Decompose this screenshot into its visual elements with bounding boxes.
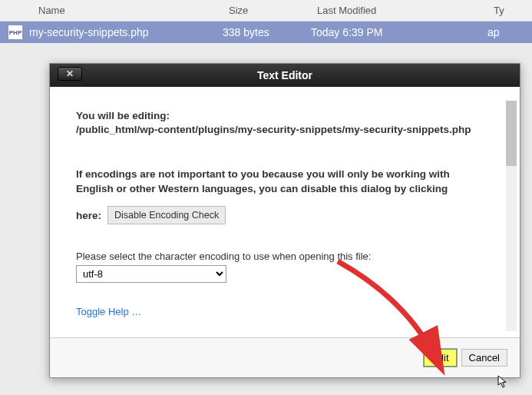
- cancel-button[interactable]: Cancel: [461, 349, 507, 367]
- close-icon: ✕: [66, 68, 74, 79]
- cell-name: my-security-snippets.php: [29, 26, 223, 38]
- close-button[interactable]: ✕: [58, 67, 82, 81]
- encoding-select[interactable]: utf-8: [76, 265, 226, 283]
- col-header-type[interactable]: Ty: [494, 5, 532, 16]
- cell-type: ap: [487, 26, 532, 38]
- cell-size: 338 bytes: [223, 26, 311, 38]
- dialog-footer: Edit Cancel: [50, 337, 520, 377]
- editing-label: You will be editing:: [76, 110, 489, 121]
- text-editor-dialog: ✕ Text Editor You will be editing: /publ…: [49, 63, 520, 378]
- edit-button[interactable]: Edit: [424, 349, 456, 367]
- disable-encoding-check-button[interactable]: Disable Encoding Check: [107, 206, 226, 224]
- col-header-lastmodified[interactable]: Last Modified: [317, 5, 494, 16]
- scrollbar-thumb[interactable]: [506, 101, 517, 166]
- dialog-body: You will be editing: /public_html/wp-con…: [50, 87, 520, 337]
- here-label: here:: [76, 210, 101, 221]
- col-header-size[interactable]: Size: [229, 5, 317, 16]
- editing-path: /public_html/wp-content/plugins/my-secur…: [76, 123, 475, 137]
- encoding-select-label: Please select the character encoding to …: [76, 251, 489, 262]
- col-header-name[interactable]: Name: [0, 5, 229, 16]
- dialog-titlebar[interactable]: ✕ Text Editor: [50, 64, 520, 87]
- php-file-icon: PHP: [8, 25, 23, 40]
- dialog-title: Text Editor: [257, 69, 312, 81]
- cell-lastmodified: Today 6:39 PM: [311, 26, 487, 38]
- toggle-help-link[interactable]: Toggle Help …: [76, 306, 141, 317]
- file-table-header: Name Size Last Modified Ty: [0, 0, 532, 22]
- encoding-message: If encodings are not important to you be…: [76, 168, 489, 197]
- scrollbar[interactable]: [506, 101, 517, 331]
- table-row[interactable]: PHP my-security-snippets.php 338 bytes T…: [0, 22, 532, 43]
